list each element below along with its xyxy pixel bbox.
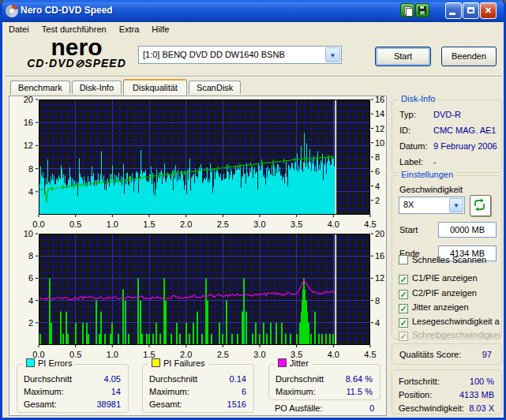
stats-row: Maximum:14 <box>17 387 128 398</box>
stats-title: PI Errors <box>23 358 75 368</box>
refresh-icon <box>470 196 489 214</box>
svg-text:6: 6 <box>28 273 33 283</box>
stats-label: Gesamt: <box>24 399 57 409</box>
svg-text:4: 4 <box>28 296 33 306</box>
svg-text:1.0: 1.0 <box>107 219 118 229</box>
svg-text:14: 14 <box>375 109 384 118</box>
svg-text:2: 2 <box>28 318 33 328</box>
tab-diskqualit-t[interactable]: Diskqualität <box>123 79 187 96</box>
checkbox-schnelles-scannen[interactable]: Schnelles Scannen <box>399 255 486 267</box>
checkbox-icon[interactable]: ✓ <box>399 318 408 328</box>
start-position-field[interactable]: 0000 MB <box>438 222 497 238</box>
svg-text:3.0: 3.0 <box>253 219 265 229</box>
chevron-down-icon[interactable]: ▼ <box>325 47 340 62</box>
quality-score-label: Qualitäts Score: <box>399 350 461 359</box>
speed-selector-value: 8X <box>403 200 414 209</box>
disk-info-title: Disk-Info <box>398 94 438 103</box>
nero-logo: nero CD·DVD⊘SPEED <box>13 37 140 69</box>
quality-score-box: Qualitäts Score: 97 <box>392 343 502 365</box>
progress-label: Geschwindigkeit: <box>399 403 464 413</box>
checkbox-icon[interactable]: ✓ <box>399 332 408 341</box>
copy-report-button[interactable] <box>400 3 414 17</box>
menu-item-hilfe[interactable]: Hilfe <box>145 22 175 38</box>
refresh-button[interactable] <box>470 195 491 216</box>
checkbox-schreibgeschwindigkei[interactable]: ✓Schreibgeschwindigkei <box>399 330 500 342</box>
svg-text:8: 8 <box>375 296 380 306</box>
progress-box: Fortschritt:100 %Position:4133 MBGeschwi… <box>392 369 502 414</box>
disk-info-label: Label: <box>399 157 423 167</box>
progress-row: Fortschritt:100 % <box>392 377 501 388</box>
menu-item-extra[interactable]: Extra <box>113 22 146 38</box>
app-icon <box>6 5 18 17</box>
checkbox-c2-pif-anzeigen[interactable]: ✓C2/PIF anzeigen <box>399 288 477 300</box>
stats-value: 38981 <box>96 399 121 409</box>
pi-failures-stats-group: PI FailuresDurchschnitt0.14Maximum:6Gesa… <box>142 364 254 413</box>
toolbar-separator <box>6 76 503 77</box>
checkbox-icon[interactable]: ✓ <box>399 304 408 313</box>
stats-row: Gesamt:1516 <box>143 399 253 411</box>
svg-text:12: 12 <box>375 124 384 133</box>
checkbox-label: Schnelles Scannen <box>412 255 486 264</box>
pi-errors-stats-group: PI ErrorsDurchschnitt4.05Maximum:14Gesam… <box>17 364 129 413</box>
tab-disk-info[interactable]: Disk-Info <box>72 81 122 94</box>
svg-text:2.5: 2.5 <box>217 350 229 359</box>
checkbox-label: Lesegeschwindigkeit a <box>412 317 500 326</box>
pi-errors-chart: 481216202468101214160.00.51.01.52.02.53.… <box>20 95 391 229</box>
checkbox-c1-pie-anzeigen[interactable]: ✓C1/PIE anzeigen <box>399 273 478 285</box>
stats-label: Maximum: <box>275 387 316 396</box>
svg-text:0.0: 0.0 <box>32 219 44 229</box>
legend-swatch <box>152 358 160 367</box>
maximize-button[interactable] <box>463 2 479 19</box>
stats-title: Jitter <box>275 358 312 368</box>
start-position-label: Start <box>399 225 418 234</box>
stats-value: 1516 <box>227 399 246 409</box>
tab-scandisk[interactable]: ScanDisk <box>189 81 241 94</box>
stats-value: 4.05 <box>104 374 121 384</box>
checkbox-icon[interactable]: ✓ <box>399 275 408 284</box>
checkbox-jitter-anzeigen[interactable]: ✓Jitter anzeigen <box>399 302 469 314</box>
stats-value: 6 <box>242 387 246 396</box>
svg-text:4.5: 4.5 <box>364 219 376 229</box>
stats-row: Durchschnitt8.64 % <box>269 374 380 385</box>
save-report-button[interactable] <box>415 3 429 17</box>
svg-text:4.0: 4.0 <box>328 350 339 359</box>
title-bar[interactable]: Nero CD-DVD Speed ✕ <box>0 0 506 22</box>
progress-value: 4133 MB <box>459 390 494 399</box>
jitter-stats-group: JitterDurchschnitt8.64 %Maximum:11.5 % <box>268 364 380 400</box>
tab-benchmark[interactable]: Benchmark <box>10 81 70 94</box>
stats-row: Durchschnitt4.05 <box>17 374 128 385</box>
svg-text:10: 10 <box>375 138 384 148</box>
stats-row: Durchschnitt0.14 <box>143 374 253 385</box>
svg-text:8: 8 <box>375 152 380 162</box>
checkbox-icon[interactable] <box>399 255 408 264</box>
legend-swatch <box>26 358 35 367</box>
legend-swatch <box>278 358 287 367</box>
floppy-icon <box>418 6 426 14</box>
disk-info-value: 9 February 2006 <box>433 141 497 151</box>
speed-selector[interactable]: 8X ▼ <box>399 197 465 214</box>
stats-title: PI Failures <box>148 358 208 368</box>
stats-value: 0.14 <box>230 374 246 384</box>
start-button[interactable]: Start <box>375 47 431 66</box>
stats-label: Maximum: <box>149 387 189 396</box>
menu-item-datei[interactable]: Datei <box>2 22 36 38</box>
checkbox-icon[interactable]: ✓ <box>399 290 408 299</box>
chevron-down-icon[interactable]: ▼ <box>449 198 463 212</box>
window-title: Nero CD-DVD Speed <box>21 5 113 16</box>
checkbox-label: Schreibgeschwindigkei <box>412 330 500 339</box>
progress-value: 8.03 X <box>469 403 494 413</box>
po-failures-row: PO Ausfälle: 0 <box>275 403 376 414</box>
drive-selector-value: [1:0] BENQ DVD DD DW1640 BSNB <box>143 50 285 59</box>
drive-selector[interactable]: [1:0] BENQ DVD DD DW1640 BSNB ▼ <box>138 46 342 64</box>
minimize-button[interactable] <box>445 2 462 19</box>
pi-failures-jitter-chart: 246810481216200.00.51.01.52.02.53.03.54.… <box>20 229 391 362</box>
disk-info-label: Typ: <box>399 110 416 119</box>
svg-text:4.5: 4.5 <box>364 350 376 359</box>
quit-button[interactable]: Beenden <box>441 47 497 66</box>
tab-strip: BenchmarkDisk-InfoDiskqualitätScanDisk <box>10 79 242 96</box>
checkbox-lesegeschwindigkeit-a[interactable]: ✓Lesegeschwindigkeit a <box>399 317 500 328</box>
quality-score-value: 97 <box>482 350 492 359</box>
disk-info-row: Datum:9 February 2006 <box>392 141 501 154</box>
close-button[interactable]: ✕ <box>480 2 497 19</box>
svg-text:6: 6 <box>375 167 380 176</box>
